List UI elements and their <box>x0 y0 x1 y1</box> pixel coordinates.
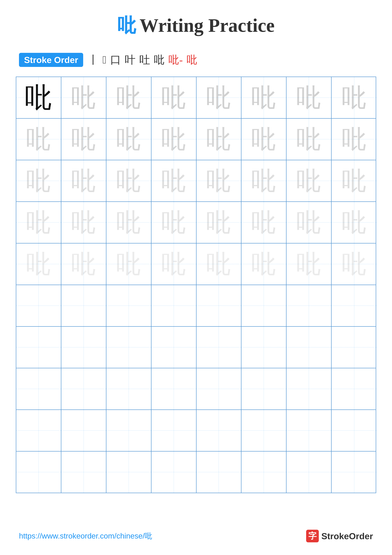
grid-cell[interactable]: 吡 <box>61 77 107 118</box>
grid-cell[interactable] <box>16 368 61 409</box>
grid-cell[interactable]: 吡 <box>332 119 377 160</box>
cell-char: 吡 <box>71 251 96 277</box>
grid-cell[interactable] <box>197 452 242 493</box>
cell-char: 吡 <box>116 127 141 152</box>
grid-cell[interactable] <box>61 285 107 326</box>
grid-cell[interactable]: 吡 <box>286 119 332 160</box>
grid-cell[interactable]: 吡 <box>197 160 242 201</box>
grid-cell[interactable] <box>151 452 197 493</box>
grid-cell[interactable] <box>242 410 286 451</box>
grid-cell[interactable]: 吡 <box>332 243 377 285</box>
grid-cell[interactable] <box>16 285 61 326</box>
cell-char: 吡 <box>296 85 321 110</box>
cell-char: 吡 <box>251 85 276 110</box>
grid-cell[interactable]: 吡 <box>332 160 377 201</box>
grid-cell[interactable]: 吡 <box>197 202 242 243</box>
stroke-order-row: Stroke Order 丨 𠃌 口 叶 吐 吡 吡- 吡 <box>0 48 392 73</box>
grid-cell[interactable] <box>332 368 377 409</box>
grid-cell[interactable] <box>332 327 377 368</box>
grid-cell[interactable] <box>61 368 107 409</box>
grid-cell[interactable]: 吡 <box>16 119 61 160</box>
grid-cell[interactable]: 吡 <box>61 160 107 201</box>
grid-cell[interactable] <box>286 285 332 326</box>
grid-cell[interactable]: 吡 <box>242 119 286 160</box>
grid-cell[interactable]: 吡 <box>16 243 61 285</box>
cell-char: 吡 <box>161 85 186 110</box>
grid-row <box>16 327 376 368</box>
grid-cell[interactable] <box>107 285 151 326</box>
grid-cell[interactable] <box>286 327 332 368</box>
grid-cell[interactable]: 吡 <box>16 202 61 243</box>
grid-cell[interactable] <box>151 410 197 451</box>
cell-char: 吡 <box>161 251 186 277</box>
grid-cell[interactable] <box>242 285 286 326</box>
grid-row: 吡吡吡吡吡吡吡吡 <box>16 202 376 243</box>
grid-cell[interactable] <box>286 452 332 493</box>
grid-cell[interactable] <box>107 452 151 493</box>
grid-cell[interactable] <box>16 410 61 451</box>
grid-cell[interactable]: 吡 <box>107 77 151 118</box>
cell-char: 吡 <box>342 251 367 277</box>
grid-cell[interactable]: 吡 <box>197 77 242 118</box>
grid-cell[interactable]: 吡 <box>107 243 151 285</box>
grid-cell[interactable] <box>242 368 286 409</box>
grid-cell[interactable]: 吡 <box>197 243 242 285</box>
cell-char: 吡 <box>161 127 186 152</box>
cell-char: 吡 <box>342 127 367 152</box>
grid-cell[interactable]: 吡 <box>242 243 286 285</box>
practice-grid: 吡吡吡吡吡吡吡吡吡吡吡吡吡吡吡吡吡吡吡吡吡吡吡吡吡吡吡吡吡吡吡吡吡吡吡吡吡吡吡吡 <box>16 77 376 493</box>
grid-cell[interactable]: 吡 <box>151 119 197 160</box>
grid-cell[interactable]: 吡 <box>286 77 332 118</box>
grid-cell[interactable]: 吡 <box>151 160 197 201</box>
grid-cell[interactable] <box>16 327 61 368</box>
grid-cell[interactable] <box>61 452 107 493</box>
grid-cell[interactable]: 吡 <box>286 243 332 285</box>
grid-cell[interactable]: 吡 <box>242 77 286 118</box>
grid-cell[interactable] <box>332 452 377 493</box>
grid-cell[interactable] <box>286 410 332 451</box>
grid-cell[interactable]: 吡 <box>286 202 332 243</box>
grid-cell[interactable]: 吡 <box>332 202 377 243</box>
grid-cell[interactable] <box>286 368 332 409</box>
grid-cell[interactable]: 吡 <box>107 119 151 160</box>
grid-cell[interactable]: 吡 <box>61 202 107 243</box>
grid-cell[interactable] <box>61 327 107 368</box>
grid-cell[interactable] <box>197 327 242 368</box>
grid-cell[interactable]: 吡 <box>332 77 377 118</box>
grid-cell[interactable]: 吡 <box>151 243 197 285</box>
grid-cell[interactable]: 吡 <box>151 202 197 243</box>
cell-char: 吡 <box>116 168 141 193</box>
footer-brand: 字 StrokeOrder <box>306 530 373 542</box>
grid-cell[interactable] <box>107 368 151 409</box>
grid-row: 吡吡吡吡吡吡吡吡 <box>16 77 376 119</box>
grid-cell[interactable] <box>242 452 286 493</box>
grid-cell[interactable] <box>242 327 286 368</box>
grid-cell[interactable] <box>151 327 197 368</box>
grid-cell[interactable]: 吡 <box>16 160 61 201</box>
grid-cell[interactable]: 吡 <box>242 202 286 243</box>
grid-cell[interactable]: 吡 <box>286 160 332 201</box>
grid-cell[interactable] <box>16 452 61 493</box>
grid-cell[interactable]: 吡 <box>107 160 151 201</box>
grid-row: 吡吡吡吡吡吡吡吡 <box>16 243 376 285</box>
grid-cell[interactable]: 吡 <box>151 77 197 118</box>
grid-cell[interactable] <box>197 368 242 409</box>
grid-cell[interactable] <box>197 410 242 451</box>
grid-cell[interactable] <box>332 285 377 326</box>
grid-cell[interactable] <box>107 410 151 451</box>
grid-cell[interactable]: 吡 <box>197 119 242 160</box>
grid-cell[interactable]: 吡 <box>61 243 107 285</box>
grid-cell[interactable] <box>107 327 151 368</box>
grid-cell[interactable]: 吡 <box>16 77 61 118</box>
grid-cell[interactable] <box>151 285 197 326</box>
stroke-2: 𠃌 <box>102 54 107 66</box>
grid-cell[interactable] <box>151 368 197 409</box>
grid-cell[interactable] <box>61 410 107 451</box>
cell-char: 吡 <box>71 85 96 110</box>
grid-cell[interactable] <box>332 410 377 451</box>
grid-cell[interactable] <box>197 285 242 326</box>
stroke-order-steps: 丨 𠃌 口 叶 吐 吡 吡- 吡 <box>88 53 197 67</box>
grid-cell[interactable]: 吡 <box>61 119 107 160</box>
grid-cell[interactable]: 吡 <box>242 160 286 201</box>
grid-cell[interactable]: 吡 <box>107 202 151 243</box>
